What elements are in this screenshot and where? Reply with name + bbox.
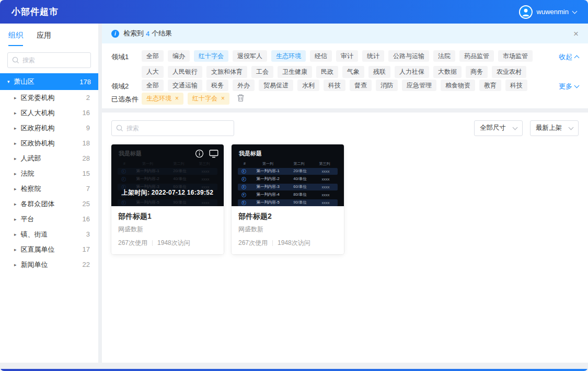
bottom-accent-bar: [0, 369, 588, 371]
sidebar-search-input[interactable]: [7, 52, 91, 68]
selected-condition-tag[interactable]: 生态环境 ×: [142, 93, 183, 104]
tree-root-item[interactable]: ▾ 萧山区 178: [0, 73, 98, 90]
shelf-time-overlay: 上架时间: 2022-07-12 16:39:52: [111, 188, 224, 197]
tree-item[interactable]: ▸ 新闻单位 22: [0, 257, 98, 272]
preview-table-row: 5 第一列内容-5 90/单位 xxxx: [238, 199, 338, 206]
filter-tag[interactable]: 卫生健康: [278, 66, 312, 77]
selected-condition-tag[interactable]: 红十字会 ×: [188, 93, 229, 104]
tree-item[interactable]: ▸ 区党委机构 2: [0, 90, 98, 105]
filter-tag[interactable]: 全部: [142, 80, 164, 91]
chevron-down-icon: [572, 8, 578, 14]
org-tree: ▾ 萧山区 178 ▸ 区党委机构 2 ▸ 区人大机构 16: [0, 73, 98, 363]
remove-tag-icon[interactable]: ×: [175, 95, 179, 102]
filter-tag[interactable]: 人力社保: [395, 66, 429, 77]
usage-count: 267次使用: [118, 239, 147, 248]
chevron-down-icon: [513, 125, 518, 130]
tree-item[interactable]: ▸ 区政府机构 9: [0, 120, 98, 136]
tree-item[interactable]: ▸ 区政协机构 18: [0, 136, 98, 151]
filter-tag[interactable]: 文旅和体育: [206, 66, 247, 77]
card-title: 部件标题2: [238, 212, 337, 221]
info-icon[interactable]: [195, 149, 204, 158]
filter-tag[interactable]: 消防: [376, 80, 398, 91]
widget-card[interactable]: 我是标题 # 第一列 第二列 第三列 1: [232, 144, 344, 254]
card-stats: 267次使用 1948次访问: [118, 239, 217, 248]
filter-tag[interactable]: 民政: [316, 66, 338, 77]
caret-right-icon: ▸: [14, 247, 17, 252]
preview-title: 我是标题: [239, 150, 338, 158]
tree-item[interactable]: ▸ 镇、街道 3: [0, 227, 98, 242]
caret-right-icon: ▸: [14, 141, 17, 146]
filter-tag[interactable]: 农业农村: [492, 66, 526, 77]
widget-card[interactable]: 我是标题 # 第一列 第二列 第三列 1: [111, 144, 224, 254]
sort-select[interactable]: 最新上架: [530, 120, 579, 136]
collapse-link[interactable]: 收起: [559, 50, 579, 62]
filter-tag[interactable]: 教育: [479, 80, 501, 91]
filter-tag[interactable]: 粮食物资: [441, 80, 475, 91]
filter-tag[interactable]: 残联: [368, 66, 390, 77]
tree-item[interactable]: ▸ 法院 15: [0, 166, 98, 181]
widget-preview: 我是标题 # 第一列 第二列 第三列 1: [111, 144, 224, 206]
filter-tag[interactable]: 督查: [350, 80, 372, 91]
tree-item[interactable]: ▸ 平台 16: [0, 211, 98, 227]
widget-search-input[interactable]: [111, 120, 234, 136]
preview-table-row: 1 第一列内容-1 20/单位 xxxx: [118, 168, 217, 175]
tree-item[interactable]: ▸ 区直属单位 17: [0, 242, 98, 257]
more-link[interactable]: 更多: [559, 80, 579, 91]
caret-down-icon: ▾: [7, 79, 10, 84]
close-icon[interactable]: ×: [573, 29, 579, 38]
monitor-icon[interactable]: [209, 149, 218, 158]
filter-tag[interactable]: 编办: [168, 50, 190, 62]
tree-item[interactable]: ▸ 各群众团体 25: [0, 196, 98, 211]
size-filter-select[interactable]: 全部尺寸: [474, 120, 523, 136]
filter-tag[interactable]: 市场监管: [498, 50, 533, 62]
filter-tag[interactable]: 人大: [142, 66, 164, 77]
filter-tag[interactable]: 全部: [142, 50, 164, 62]
chevron-down-icon: [574, 83, 580, 88]
filter-tag[interactable]: 科技: [505, 80, 527, 91]
filter-tag[interactable]: 人民银行: [168, 66, 202, 77]
filter-tag[interactable]: 工会: [251, 66, 273, 77]
preview-table-row: 5 第一列内容-5 90/单位 xxxx: [118, 199, 217, 206]
filter-tag[interactable]: 统计: [362, 50, 384, 62]
user-menu[interactable]: wuwenmin: [519, 5, 577, 19]
tree-item[interactable]: ▸ 区人大机构 16: [0, 105, 98, 120]
result-banner: i 检索到 4 个结果 ×: [102, 24, 588, 43]
filter-tag[interactable]: 法院: [433, 50, 455, 62]
filter-tag[interactable]: 交通运输: [168, 80, 202, 91]
filter-tag[interactable]: 退役军人: [233, 50, 267, 62]
caret-right-icon: ▸: [14, 186, 17, 192]
remove-tag-icon[interactable]: ×: [221, 95, 225, 102]
filter-tag[interactable]: 公路与运输: [388, 50, 429, 62]
content-toolbar: 全部尺寸 最新上架: [111, 120, 579, 136]
filter-tag[interactable]: 气象: [342, 66, 364, 77]
selected-conditions-label: 已选条件: [111, 93, 142, 104]
caret-right-icon: ▸: [14, 217, 17, 222]
tab-application[interactable]: 应用: [37, 31, 51, 46]
preview-table-row: 2 第一列内容-2 40/单位 xxxx: [118, 176, 217, 183]
filter-tag[interactable]: 水利: [297, 80, 319, 91]
result-text-prefix: 检索到: [123, 29, 144, 38]
tree-item[interactable]: ▸ 人武部 28: [0, 151, 98, 166]
result-count: 4: [146, 30, 149, 38]
filter-tag[interactable]: 税务: [206, 80, 228, 91]
filter-tag[interactable]: 大数据: [433, 66, 462, 77]
caret-right-icon: ▸: [14, 232, 17, 237]
filter-tag[interactable]: 应急管理: [402, 80, 436, 91]
result-text-suffix: 个结果: [152, 29, 172, 38]
app-window: 小部件超市 wuwenmin 组织 应用 ▾ 萧山区 17: [0, 0, 588, 371]
chevron-down-icon: [569, 125, 574, 130]
filter-tag[interactable]: 经信: [310, 50, 332, 62]
filter-tag[interactable]: 审计: [336, 50, 358, 62]
filter-tag[interactable]: 贸易促进: [259, 80, 293, 91]
filter-tag[interactable]: 科技: [324, 80, 345, 91]
clear-conditions-button[interactable]: [237, 94, 245, 104]
filter-tag[interactable]: 生态环境: [271, 50, 306, 62]
filter-tag[interactable]: 外办: [233, 80, 255, 91]
filter-tag[interactable]: 药品监管: [459, 50, 494, 62]
tree-item[interactable]: ▸ 检察院 7: [0, 181, 98, 196]
filter-group1-tags: 全部 编办 红十字会 退役军人 生态环境 经信 审计: [142, 50, 552, 78]
filter-tag[interactable]: 商务: [466, 66, 488, 77]
filter-tag[interactable]: 红十字会: [194, 50, 228, 62]
tab-organization[interactable]: 组织: [8, 31, 23, 46]
filter-panel: 领域1 全部 编办 红十字会 退役军人 生态环境 经信: [102, 43, 588, 108]
